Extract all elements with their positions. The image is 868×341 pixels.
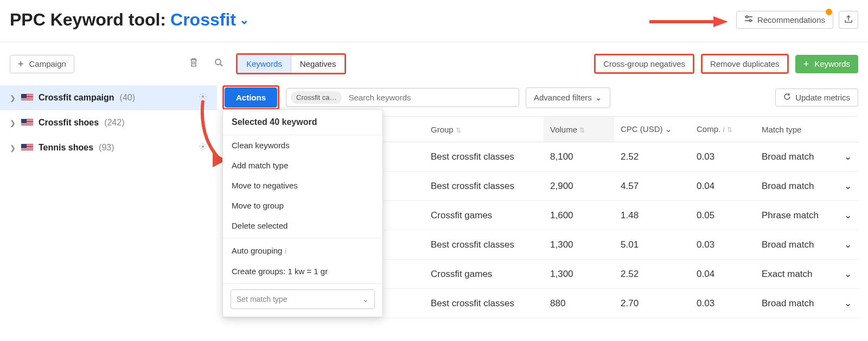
cell-volume: 1,300 xyxy=(544,260,614,289)
add-keywords-button[interactable]: + Keywords xyxy=(795,55,858,73)
chevron-right-icon: ❯ xyxy=(10,94,16,102)
tab-negatives[interactable]: Negatives xyxy=(291,55,345,73)
svg-line-9 xyxy=(220,64,222,66)
update-metrics-button[interactable]: Update metrics xyxy=(775,89,858,106)
dd-add-match-type[interactable]: Add match type xyxy=(223,155,382,175)
sidebar-item-tennis-shoes[interactable]: ❯ Tennis shoes (93) xyxy=(0,135,217,160)
cell-match-type[interactable]: Broad match⌄ xyxy=(755,289,858,318)
cell-group: Best crossfit classes xyxy=(424,230,544,260)
body: ❯ Crossfit campaign (40) ❯ Crossfit shoe… xyxy=(0,85,868,318)
filter-row: Actions Crossfit ca… Advanced filters ⌄ … xyxy=(222,85,858,110)
trash-icon xyxy=(189,59,198,70)
dd-move-to-negatives[interactable]: Move to negatives xyxy=(223,175,382,195)
add-campaign-button[interactable]: + Campaign xyxy=(10,55,74,73)
toolbar: + Campaign Keywords Negatives Cross-grou… xyxy=(0,42,868,85)
dd-move-to-group[interactable]: Move to group xyxy=(223,195,382,216)
header-actions: Recommendations xyxy=(736,11,858,29)
notification-dot xyxy=(826,9,832,15)
gear-icon[interactable] xyxy=(199,142,207,153)
sort-icon: ⇅ xyxy=(456,127,461,134)
recommendations-label: Recommendations xyxy=(757,15,825,24)
actions-button[interactable]: Actions xyxy=(225,87,277,108)
cell-cpc: 2.70 xyxy=(614,289,690,318)
chevron-down-icon: ⌄ xyxy=(239,13,249,27)
advanced-filters-label: Advanced filters xyxy=(534,93,592,102)
cross-group-negatives-button[interactable]: Cross-group negatives xyxy=(594,54,694,74)
info-icon: i xyxy=(723,125,725,134)
col-group[interactable]: Group⇅ xyxy=(424,117,544,142)
filter-chip[interactable]: Crossfit ca… xyxy=(291,91,342,104)
chevron-down-icon: ⌄ xyxy=(595,93,602,103)
project-selector[interactable]: Crossfit ⌄ xyxy=(170,10,249,30)
svg-point-8 xyxy=(215,59,221,65)
chevron-down-icon: ⌄ xyxy=(844,210,852,221)
title-prefix: PPC Keyword tool: xyxy=(10,10,166,30)
cell-group: Crossfit games xyxy=(424,260,544,289)
dd-delete-selected[interactable]: Delete selected xyxy=(223,216,382,236)
sort-icon: ⇅ xyxy=(727,126,732,134)
search-campaign-button[interactable] xyxy=(211,55,226,73)
export-icon xyxy=(845,15,852,24)
delete-button[interactable] xyxy=(186,54,201,73)
cell-group: Crossfit games xyxy=(424,201,544,230)
chevron-down-icon: ⌄ xyxy=(844,268,852,280)
search-input[interactable] xyxy=(346,91,514,104)
cell-group: Best crossfit classes xyxy=(424,142,544,172)
cell-cpc: 2.52 xyxy=(614,142,690,172)
cell-group: Best crossfit classes xyxy=(424,289,544,318)
cell-match-type[interactable]: Phrase match⌄ xyxy=(755,201,858,230)
campaign-count: (242) xyxy=(104,118,124,128)
plus-icon: + xyxy=(18,59,24,69)
search-keywords[interactable]: Crossfit ca… xyxy=(286,88,519,107)
gear-icon[interactable] xyxy=(199,92,207,103)
keywords-negatives-tabs: Keywords Negatives xyxy=(236,53,347,74)
tab-keywords[interactable]: Keywords xyxy=(238,55,291,73)
cell-match-type[interactable]: Exact match⌄ xyxy=(755,260,858,289)
campaign-label: Campaign xyxy=(29,59,66,68)
dd-set-match-type[interactable]: Set match type ⌄ xyxy=(231,289,375,309)
export-button[interactable] xyxy=(839,11,858,29)
dd-clean-keywords[interactable]: Clean keywords xyxy=(223,135,382,155)
dd-auto-grouping[interactable]: Auto groupingi xyxy=(223,241,382,261)
cell-cpc: 5.01 xyxy=(614,230,690,260)
col-cpc[interactable]: CPC (USD) ⌄ xyxy=(614,117,690,142)
svg-point-5 xyxy=(749,20,751,22)
auto-grouping-label: Auto grouping xyxy=(232,246,282,255)
search-icon xyxy=(214,58,223,69)
cell-match-type[interactable]: Broad match⌄ xyxy=(755,172,858,201)
info-icon: i xyxy=(284,247,286,255)
cell-volume: 2,900 xyxy=(544,172,614,201)
cell-comp: 0.03 xyxy=(690,230,755,260)
svg-point-11 xyxy=(202,96,204,98)
flag-us-icon xyxy=(21,94,33,102)
chevron-right-icon: ❯ xyxy=(10,119,16,127)
cell-comp: 0.04 xyxy=(690,172,755,201)
cell-volume: 1,600 xyxy=(544,201,614,230)
sliders-icon xyxy=(744,15,753,24)
cell-match-type[interactable]: Broad match⌄ xyxy=(755,142,858,172)
chevron-down-icon: ⌄ xyxy=(665,124,672,134)
remove-duplicates-button[interactable]: Remove duplicates xyxy=(701,54,789,74)
cell-match-type[interactable]: Broad match⌄ xyxy=(755,230,858,260)
actions-dropdown: Selected 40 keyword Clean keywords Add m… xyxy=(222,109,383,317)
cell-cpc: 1.48 xyxy=(614,201,690,230)
cell-group: Best crossfit classes xyxy=(424,172,544,201)
dd-create-groups[interactable]: Create groups: 1 kw = 1 gr xyxy=(223,261,382,281)
set-match-type-label: Set match type xyxy=(237,295,287,304)
svg-point-12 xyxy=(202,146,204,148)
svg-marker-1 xyxy=(713,16,728,27)
col-match-type: Match type xyxy=(755,117,858,142)
sidebar-item-crossfit-shoes[interactable]: ❯ Crossfit shoes (242) xyxy=(0,110,217,135)
campaign-count: (93) xyxy=(99,143,114,153)
main-content: Actions Crossfit ca… Advanced filters ⌄ … xyxy=(217,85,868,318)
col-comp[interactable]: Comp.i⇅ xyxy=(690,117,755,142)
update-metrics-label: Update metrics xyxy=(795,93,850,102)
col-volume[interactable]: Volume⇅ xyxy=(544,117,614,142)
recommendations-button[interactable]: Recommendations xyxy=(736,11,833,29)
advanced-filters-button[interactable]: Advanced filters ⌄ xyxy=(526,87,610,108)
toolbar-right: Cross-group negatives Remove duplicates … xyxy=(594,54,858,74)
page-title: PPC Keyword tool: Crossfit ⌄ xyxy=(10,10,249,30)
sidebar-item-crossfit-campaign[interactable]: ❯ Crossfit campaign (40) xyxy=(0,85,217,110)
campaign-name: Crossfit campaign xyxy=(39,93,114,103)
flag-us-icon xyxy=(21,144,33,151)
